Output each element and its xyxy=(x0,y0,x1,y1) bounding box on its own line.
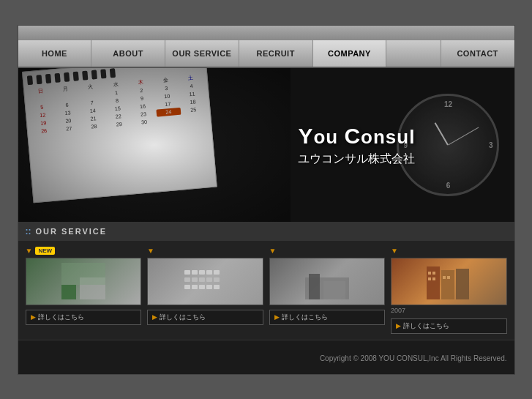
svg-rect-26 xyxy=(428,277,431,280)
company-name-en: You Consul xyxy=(298,123,415,148)
svg-rect-11 xyxy=(206,277,212,282)
svg-rect-6 xyxy=(206,270,212,275)
svg-rect-27 xyxy=(432,277,435,280)
thumb-2-graphic xyxy=(183,263,227,299)
item-1-btn-text: 詳しくはこちら xyxy=(38,313,84,322)
hero-calendar: 日 月 火 水 木 金 土 1 2 3 4 5 6 xyxy=(18,68,291,222)
item-4-button[interactable]: ▶ 詳しくはこちら xyxy=(391,318,507,334)
item-4-arrow: ▼ xyxy=(391,247,398,255)
svg-rect-28 xyxy=(443,276,446,279)
service-item-1: ▼ NEW ▶ 詳しくはこちら xyxy=(26,247,142,334)
svg-rect-10 xyxy=(199,277,205,282)
svg-rect-15 xyxy=(199,285,205,289)
company-name-jp: ユウコンサル株式会社 xyxy=(298,151,415,166)
nav-our-service[interactable]: OUR SERVICE xyxy=(165,40,239,67)
svg-rect-14 xyxy=(192,285,198,289)
item-3-button[interactable]: ▶ 詳しくはこちら xyxy=(269,310,386,325)
item-1-button[interactable]: ▶ 詳しくはこちら xyxy=(26,310,142,325)
service-item-2: ▼ xyxy=(147,247,263,334)
service-section-header: :: OUR SERVICE xyxy=(18,222,514,241)
service-item-4: ▼ 2007 xyxy=(391,247,507,334)
hero-branding: 12 3 6 9 You Consul ユウコンサル株式会社 xyxy=(291,68,514,222)
app-container: HOME ABOUT OUR SERVICE RECRUIT COMPANY C… xyxy=(18,25,515,375)
svg-rect-22 xyxy=(441,270,454,299)
svg-rect-12 xyxy=(214,277,220,282)
svg-rect-4 xyxy=(192,270,198,275)
svg-rect-8 xyxy=(184,277,190,282)
navigation: HOME ABOUT OUR SERVICE RECRUIT COMPANY C… xyxy=(18,40,514,68)
nav-about[interactable]: ABOUT xyxy=(91,40,165,67)
item-4-thumbnail xyxy=(391,258,507,305)
item-1-arrow: ▼ xyxy=(26,247,33,255)
svg-rect-20 xyxy=(323,281,345,299)
svg-rect-7 xyxy=(214,270,220,275)
thumb-3-graphic xyxy=(305,263,349,299)
item-2-thumbnail xyxy=(147,258,263,305)
item-4-btn-text: 詳しくはこちら xyxy=(403,321,449,331)
item-2-button[interactable]: ▶ 詳しくはこちら xyxy=(147,310,263,325)
item-3-btn-text: 詳しくはこちら xyxy=(282,313,328,322)
svg-rect-19 xyxy=(309,274,320,299)
item-4-year: 2007 xyxy=(391,307,405,314)
item-3-arrow: ▼ xyxy=(269,247,277,255)
svg-rect-9 xyxy=(192,277,198,282)
nav-contact[interactable]: CONTACT xyxy=(441,40,514,67)
thumb-4-graphic xyxy=(427,263,471,299)
svg-rect-2 xyxy=(61,263,105,285)
nav-home[interactable]: HOME xyxy=(18,40,92,67)
svg-rect-3 xyxy=(184,270,190,275)
item-3-thumbnail xyxy=(269,258,386,305)
svg-rect-17 xyxy=(214,285,220,289)
svg-rect-24 xyxy=(428,272,431,275)
svg-rect-23 xyxy=(456,269,469,299)
company-title: You Consul ユウコンサル株式会社 xyxy=(298,123,415,166)
svg-rect-5 xyxy=(199,270,205,275)
service-header-label: OUR SERVICE xyxy=(36,227,108,236)
item-4-btn-arrow: ▶ xyxy=(396,322,401,329)
item-1-badge: NEW xyxy=(35,247,55,255)
footer: Copyright © 2008 YOU CONSUL,Inc All Righ… xyxy=(18,340,514,374)
service-items-container: ▼ NEW ▶ 詳しくはこちら ▼ xyxy=(18,241,514,340)
svg-rect-21 xyxy=(427,266,440,299)
svg-rect-13 xyxy=(184,285,190,289)
item-3-btn-arrow: ▶ xyxy=(274,313,280,321)
nav-recruit[interactable]: RECRUIT xyxy=(239,40,313,67)
item-1-btn-arrow: ▶ xyxy=(31,313,36,321)
item-1-thumbnail xyxy=(26,258,142,305)
nav-company[interactable]: COMPANY xyxy=(313,40,387,67)
svg-rect-25 xyxy=(432,272,435,275)
header-dots: :: xyxy=(26,226,31,236)
item-2-arrow: ▼ xyxy=(147,247,154,255)
service-item-3: ▼ ▶ 詳しくはこちら xyxy=(269,247,386,334)
top-bar xyxy=(18,26,514,40)
hero-section: 日 月 火 水 木 金 土 1 2 3 4 5 6 xyxy=(18,68,514,222)
thumb-1-graphic xyxy=(61,263,105,299)
item-2-btn-text: 詳しくはこちら xyxy=(160,313,206,322)
svg-rect-0 xyxy=(61,285,76,299)
svg-rect-29 xyxy=(447,276,450,279)
copyright-text: Copyright © 2008 YOU CONSUL,Inc All Righ… xyxy=(320,354,507,362)
nav-spacer xyxy=(386,40,441,67)
item-2-btn-arrow: ▶ xyxy=(152,313,157,321)
svg-rect-16 xyxy=(206,285,212,289)
